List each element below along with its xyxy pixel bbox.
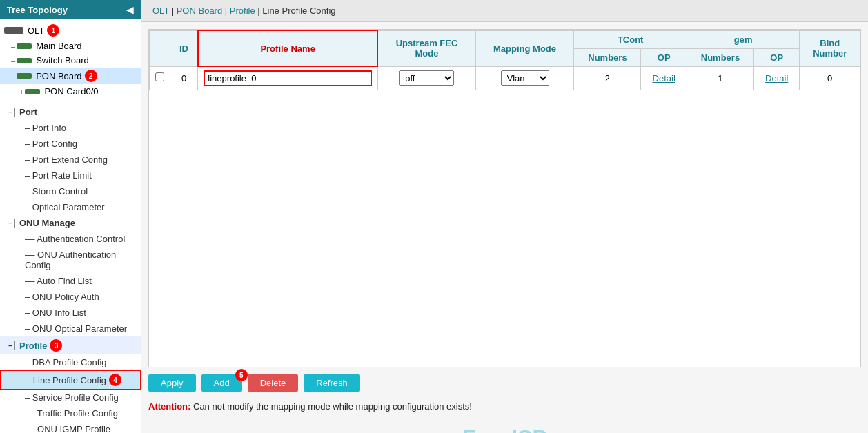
menu-onu-auth-config[interactable]: –– ONU Authentication Config	[0, 247, 141, 273]
row-tcont-numbers: 2	[574, 66, 641, 90]
section-port-label: Port	[19, 107, 37, 117]
breadcrumb: OLT | PON Board | Profile | Line Profile…	[141, 0, 868, 22]
refresh-button[interactable]: Refresh	[304, 374, 360, 392]
menu-onu-info-list[interactable]: – ONU Info List	[0, 305, 141, 321]
col-gem-op: OP	[753, 48, 799, 66]
col-tcont: TCont	[574, 30, 687, 48]
olt-icon	[4, 27, 23, 34]
menu-service-profile[interactable]: – Service Profile Config	[0, 390, 141, 405]
tcont-detail-link[interactable]: Detail	[653, 73, 675, 83]
button-row: Apply Add 5 Delete Refresh	[148, 367, 861, 399]
section-port[interactable]: – Port	[0, 104, 141, 120]
apply-button[interactable]: Apply	[148, 374, 196, 392]
col-gem: gem	[687, 30, 800, 48]
menu-traffic-profile[interactable]: –– Traffic Profile Config	[0, 405, 141, 421]
section-onu-icon: –	[6, 219, 15, 228]
poncard-label: PON Card0/0	[44, 86, 98, 97]
col-tcont-op: OP	[641, 48, 687, 66]
collapse-button[interactable]: ◀	[126, 4, 134, 15]
poncard-icon	[25, 89, 40, 94]
row-bind-number: 0	[800, 66, 860, 90]
row-id: 0	[170, 66, 198, 90]
breadcrumb-current: Line Profile Config	[262, 6, 335, 16]
menu-onu-optical[interactable]: – ONU Optical Parameter	[0, 321, 141, 336]
ponboard-badge: 2	[85, 70, 97, 82]
menu-auth-control[interactable]: –– Authentication Control	[0, 231, 141, 247]
menu-port-extend[interactable]: – Port Extend Config	[0, 152, 141, 168]
col-bind-number: BindNumber	[800, 30, 860, 66]
menu-onu-policy[interactable]: – ONU Policy Auth	[0, 289, 141, 305]
tree-node-ponboard[interactable]: – PON Board 2	[0, 68, 141, 84]
table-container: ID Profile Name Upstream FECMode Mapping…	[148, 29, 861, 367]
col-checkbox	[150, 30, 170, 66]
profile-name-input[interactable]	[204, 70, 372, 86]
col-profile-name: Profile Name	[198, 30, 378, 66]
menu-dba-profile[interactable]: – DBA Profile Config	[0, 354, 141, 370]
tree-node-mainboard[interactable]: – Main Board	[0, 39, 141, 53]
mapping-mode-select[interactable]: Vlan GemPort	[501, 70, 549, 86]
section-profile[interactable]: – Profile 3	[0, 336, 141, 354]
attention-text: Can not modify the mapping mode while ma…	[193, 401, 472, 412]
breadcrumb-olt[interactable]: OLT	[152, 6, 169, 16]
mainboard-icon	[17, 43, 32, 49]
row-gem-numbers: 1	[687, 66, 753, 90]
menu-storm-control[interactable]: – Storm Control	[0, 183, 141, 199]
line-profile-table: ID Profile Name Upstream FECMode Mapping…	[149, 30, 860, 90]
attention-prefix: Attention:	[148, 401, 190, 412]
switchboard-icon	[17, 58, 32, 63]
row-checkbox[interactable]	[155, 72, 164, 81]
sidebar-title: Tree Topology	[7, 5, 68, 15]
menu-optical-param[interactable]: – Optical Parameter	[0, 199, 141, 215]
tree-node-olt[interactable]: OLT 1	[0, 22, 141, 39]
table-row: 0 off on	[150, 66, 860, 90]
app-container: Tree Topology ◀ OLT 1 – Main Board –	[0, 0, 868, 433]
menu-port-config[interactable]: – Port Config	[0, 136, 141, 152]
switchboard-label: Switch Board	[36, 55, 89, 66]
section-profile-label: Profile	[19, 341, 47, 351]
col-gem-numbers: Numbers	[687, 48, 753, 66]
menu-port-info[interactable]: – Port Info	[0, 120, 141, 136]
col-mapping-mode: Mapping Mode	[475, 30, 574, 66]
delete-button[interactable]: Delete	[248, 374, 299, 392]
ponboard-label: PON Board	[36, 71, 81, 81]
col-tcont-numbers: Numbers	[574, 48, 641, 66]
breadcrumb-profile[interactable]: Profile	[230, 6, 255, 16]
section-port-icon: –	[6, 108, 15, 117]
attention-message: Attention: Can not modify the mapping mo…	[148, 401, 861, 412]
ponboard-icon	[17, 73, 32, 79]
watermark: ForoISP	[148, 425, 861, 433]
menu-port-rate-limit[interactable]: – Port Rate Limit	[0, 168, 141, 183]
main-content: OLT | PON Board | Profile | Line Profile…	[141, 0, 868, 433]
line-profile-badge: 4	[109, 374, 121, 386]
mainboard-label: Main Board	[36, 41, 81, 51]
row-profile-name	[198, 66, 378, 90]
menu-line-profile[interactable]: – Line Profile Config 4	[0, 370, 141, 390]
fec-mode-select[interactable]: off on	[399, 70, 454, 86]
olt-badge: 1	[47, 24, 59, 37]
tree-node-switchboard[interactable]: – Switch Board	[0, 53, 141, 68]
section-onu-label: ONU Manage	[19, 218, 75, 228]
tree-node-poncard[interactable]: + PON Card0/0	[0, 84, 141, 99]
add-badge: 5	[235, 369, 248, 381]
row-fec-mode: off on	[377, 66, 475, 90]
menu-onu-igmp[interactable]: –– ONU IGMP Profile	[0, 421, 141, 433]
row-tcont-op: Detail	[641, 66, 687, 90]
gem-detail-link[interactable]: Detail	[765, 73, 788, 83]
content-area: ID Profile Name Upstream FECMode Mapping…	[141, 22, 868, 433]
col-id: ID	[170, 30, 198, 66]
col-fec-mode: Upstream FECMode	[377, 30, 475, 66]
profile-badge: 3	[50, 339, 62, 352]
olt-label: OLT	[28, 26, 44, 36]
section-profile-icon: –	[6, 341, 15, 350]
row-mapping-mode: Vlan GemPort	[475, 66, 574, 90]
sidebar-header: Tree Topology ◀	[0, 0, 141, 19]
section-onu-manage[interactable]: – ONU Manage	[0, 215, 141, 231]
row-gem-op: Detail	[753, 66, 799, 90]
sidebar-tree: OLT 1 – Main Board – Switch Board – PON …	[0, 19, 141, 433]
watermark-text: ForoISP	[462, 425, 547, 433]
sidebar: Tree Topology ◀ OLT 1 – Main Board –	[0, 0, 141, 433]
menu-auto-find-list[interactable]: –– Auto Find List	[0, 273, 141, 289]
breadcrumb-pon-board[interactable]: PON Board	[177, 6, 222, 16]
